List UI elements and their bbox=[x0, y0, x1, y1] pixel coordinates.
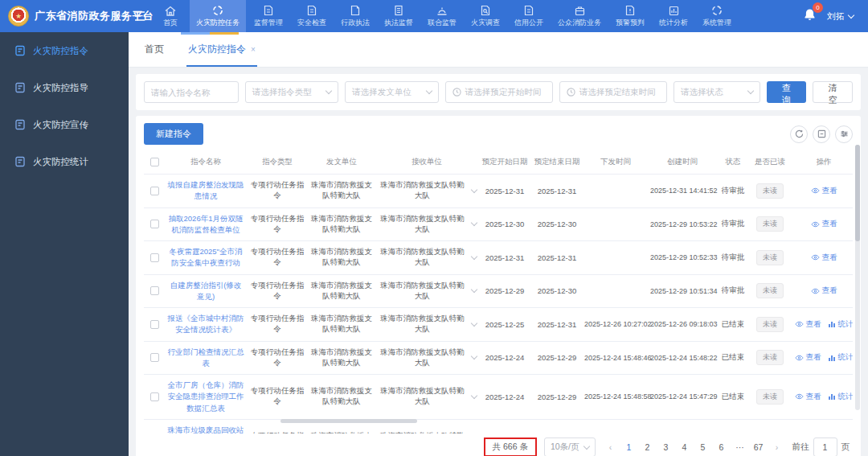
row-checkbox[interactable] bbox=[150, 353, 159, 362]
brand: ★ 广东省消防政务服务平台 bbox=[0, 6, 129, 27]
status-select[interactable]: 请选择状态 bbox=[674, 81, 760, 103]
stats-action[interactable]: 统计 bbox=[828, 352, 854, 363]
view-action[interactable]: 查看 bbox=[811, 253, 837, 263]
page-button-3[interactable]: 3 bbox=[658, 438, 674, 456]
row-checkbox[interactable] bbox=[150, 220, 159, 228]
page-button-6[interactable]: 6 bbox=[714, 438, 730, 456]
clear-button[interactable]: 清空 bbox=[813, 81, 853, 103]
view-action[interactable]: 查看 bbox=[795, 352, 821, 363]
sidebar-collapse-icon[interactable] bbox=[133, 10, 146, 22]
page-button-2[interactable]: 2 bbox=[640, 438, 656, 456]
start-date: 2025-12-30 bbox=[478, 207, 531, 241]
chevron-down-icon[interactable] bbox=[471, 286, 477, 293]
nav-item-joint-regulation[interactable]: 联合监管 bbox=[421, 0, 463, 32]
page-ellipsis[interactable]: ··· bbox=[732, 438, 748, 456]
nav-item-system-management[interactable]: 系统管理 bbox=[696, 0, 738, 32]
table-row: 行业部门检查情况汇总表 专项行动任务指令 珠海市消防救援支队特勤大队 珠海市消防… bbox=[144, 341, 853, 375]
new-order-button[interactable]: 新建指令 bbox=[144, 123, 203, 145]
nav-item-statistics[interactable]: 统计分析 bbox=[653, 0, 694, 32]
row-checkbox[interactable] bbox=[150, 392, 159, 401]
page-button-4[interactable]: 4 bbox=[677, 438, 693, 456]
receiving-unit: 珠海市消防救援支队特勤大队 bbox=[377, 214, 468, 235]
view-action[interactable]: 查看 bbox=[795, 319, 821, 330]
nav-item-admin-enforcement[interactable]: 行政执法 bbox=[334, 0, 376, 32]
chevron-down-icon[interactable] bbox=[471, 253, 477, 260]
create-time: 2025-12-29 10:51:34 bbox=[649, 274, 716, 308]
view-action[interactable]: 查看 bbox=[811, 286, 837, 296]
sidebar-item-fire-control-statistics[interactable]: 火灾防控统计 bbox=[0, 143, 129, 180]
order-name-link[interactable]: 全市厂房（仓库）消防安全隐患排查治理工作数据汇总表 bbox=[165, 375, 247, 420]
tab-bar: 首页 火灾防控指令 × bbox=[129, 32, 868, 68]
density-icon[interactable] bbox=[813, 125, 830, 143]
chevron-down-icon[interactable] bbox=[471, 220, 477, 226]
status-text: 待审批 bbox=[716, 175, 750, 208]
view-action[interactable]: 查看 bbox=[795, 392, 821, 402]
nav-item-safety-check[interactable]: 安全检查 bbox=[291, 0, 333, 32]
page-button-67[interactable]: 67 bbox=[751, 438, 767, 456]
nav-item-public-fire-services[interactable]: 公众消防业务 bbox=[551, 0, 608, 32]
row-checkbox[interactable] bbox=[150, 253, 159, 262]
refresh-icon[interactable] bbox=[790, 125, 808, 143]
col-order-type: 指令类型 bbox=[247, 150, 308, 175]
pagination: 共 666 条 10条/页 ‹ 1 2 3 4 5 6 ··· 67 › 前往 … bbox=[484, 438, 850, 456]
page-button-5[interactable]: 5 bbox=[695, 438, 711, 456]
chevron-down-icon[interactable] bbox=[471, 353, 477, 359]
horizontal-scrollbar[interactable] bbox=[280, 419, 417, 423]
order-type: 专项行动任务指令 bbox=[247, 308, 308, 342]
sidebar-item-fire-control-guidance[interactable]: 火灾防控指导 bbox=[0, 69, 129, 106]
prev-page-button[interactable]: ‹ bbox=[603, 438, 619, 456]
row-checkbox[interactable] bbox=[150, 320, 159, 329]
stats-action[interactable]: 统计 bbox=[828, 392, 854, 402]
nav-item-credit-disclosure[interactable]: 信用公开 bbox=[508, 0, 550, 32]
chevron-down-icon[interactable] bbox=[471, 187, 477, 193]
nav-item-enforcement-oversight[interactable]: 执法监督 bbox=[378, 0, 420, 32]
chevron-down-icon[interactable] bbox=[471, 392, 477, 399]
jump-prefix: 前往 bbox=[792, 442, 809, 453]
view-action[interactable]: 查看 bbox=[811, 186, 837, 196]
order-name-link[interactable]: 报送《全市城中村消防安全情况统计表》 bbox=[165, 308, 247, 342]
sidebar-item-fire-control-orders[interactable]: 火灾防控指令 bbox=[0, 32, 129, 69]
start-time-picker[interactable]: 请选择预定开始时间 bbox=[445, 81, 553, 103]
app-header: ★ 广东省消防政务服务平台 首页 火灾防控任务 监督管理 安全检查 行政执法 执… bbox=[0, 0, 868, 32]
chevron-down-icon[interactable] bbox=[471, 320, 477, 327]
notification-bell-icon[interactable]: 0 bbox=[804, 8, 816, 24]
receiving-unit: 珠海市消防救援支队特勤大队 bbox=[377, 386, 468, 407]
read-status-badge: 未读 bbox=[756, 183, 784, 199]
jump-page-input[interactable] bbox=[813, 438, 837, 456]
issuing-unit-select[interactable]: 请选择发文单位 bbox=[345, 81, 438, 103]
order-name-link[interactable]: 冬夜雷霆2025"全市消防安全集中夜查行动 bbox=[165, 241, 247, 275]
next-page-button[interactable]: › bbox=[769, 438, 785, 456]
order-name-link[interactable]: 自建房整治指引(修改意见) bbox=[165, 274, 247, 308]
nav-item-early-warning[interactable]: 预警预判 bbox=[609, 0, 651, 32]
order-name-link[interactable]: 珠海市垃圾废品回收站点消防安全隐患排查治理工作数据汇总表 bbox=[165, 419, 247, 433]
order-name-link[interactable]: 抽取2026年1月份双随机消防监督检查单位 bbox=[165, 207, 247, 241]
order-type-select[interactable]: 请选择指令类型 bbox=[245, 81, 338, 103]
end-date: 2025-12-29 bbox=[531, 375, 583, 420]
nav-item-home[interactable]: 首页 bbox=[153, 0, 188, 32]
issue-time: 2025-12-26 10:27:02 bbox=[583, 308, 649, 342]
order-name-input[interactable] bbox=[144, 81, 239, 103]
view-action[interactable]: 查看 bbox=[811, 219, 837, 229]
receiving-unit: 珠海市消防救援支队特勤大队 bbox=[377, 180, 468, 201]
page-button-1[interactable]: 1 bbox=[621, 438, 637, 456]
sidebar-item-fire-control-publicity[interactable]: 火灾防控宣传 bbox=[0, 106, 129, 143]
end-time-picker[interactable]: 请选择预定结束时间 bbox=[559, 81, 667, 103]
order-name-link[interactable]: 填报自建房整治发现隐患情况 bbox=[165, 175, 247, 208]
nav-item-fire-control-tasks[interactable]: 火灾防控任务 bbox=[190, 0, 246, 32]
order-name-link[interactable]: 行业部门检查情况汇总表 bbox=[165, 341, 247, 375]
filter-panel: 请选择指令类型 请选择发文单位 请选择预定开始时间 请选择预定结束时间 请选择状… bbox=[136, 74, 861, 110]
row-checkbox[interactable] bbox=[150, 187, 159, 195]
nav-item-supervision[interactable]: 监督管理 bbox=[248, 0, 289, 32]
column-settings-icon[interactable] bbox=[835, 125, 853, 143]
vertical-scrollbar[interactable] bbox=[855, 145, 860, 410]
stats-action[interactable]: 统计 bbox=[828, 319, 854, 330]
tab-fire-control-orders[interactable]: 火灾防控指令 × bbox=[186, 43, 257, 67]
nav-item-fire-investigation[interactable]: 火灾调查 bbox=[465, 0, 506, 32]
search-button[interactable]: 查询 bbox=[767, 81, 807, 103]
close-icon[interactable]: × bbox=[251, 45, 256, 54]
page-size-select[interactable]: 10条/页 bbox=[544, 438, 596, 456]
row-checkbox[interactable] bbox=[150, 286, 159, 295]
user-menu[interactable]: 刘拓 bbox=[827, 10, 854, 23]
select-all-checkbox[interactable] bbox=[150, 158, 159, 166]
tab-home[interactable]: 首页 bbox=[143, 43, 166, 67]
